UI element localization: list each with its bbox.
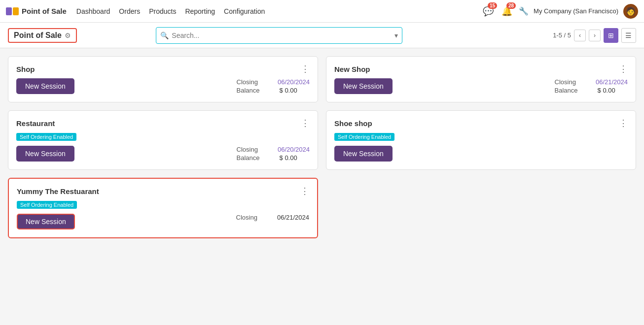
- self-ordering-badge: Self Ordering Enabled: [334, 133, 394, 141]
- next-page-button[interactable]: ›: [589, 30, 601, 41]
- nav-configuration[interactable]: Configuration: [224, 5, 265, 17]
- card-title: Shop: [16, 65, 35, 73]
- card-info: Closing06/21/2024: [236, 214, 309, 221]
- card-info-label: Closing: [236, 214, 257, 221]
- card-info-value: 06/21/2024: [277, 214, 309, 221]
- card-info-label: Closing: [237, 146, 258, 153]
- nav-dashboard[interactable]: Dashboard: [76, 5, 110, 17]
- app-name: Point of Sale: [22, 7, 67, 15]
- new-session-button-yummy-restaurant[interactable]: New Session: [17, 214, 75, 229]
- nav-reporting[interactable]: Reporting: [185, 5, 215, 17]
- card-body: New SessionClosing06/20/2024Balance$ 0.0…: [16, 78, 310, 94]
- sub-header: Point of Sale ⚙ 🔍 ▾ 1-5 / 5 ‹ › ⊞ ☰: [0, 23, 644, 48]
- card-info-label: Balance: [237, 154, 260, 162]
- card-body: New SessionClosing06/21/2024Balance$ 0.0…: [334, 78, 628, 94]
- self-ordering-badge: Self Ordering Enabled: [17, 201, 77, 209]
- logo-icon: [6, 7, 19, 15]
- logo-bag-purple: [6, 7, 12, 15]
- card-info-value: 06/20/2024: [278, 146, 310, 153]
- card-menu-button[interactable]: ⋮: [301, 119, 310, 128]
- page-title: Point of Sale: [14, 31, 62, 40]
- prev-page-button[interactable]: ‹: [574, 30, 586, 41]
- card-title: Shoe shop: [334, 119, 372, 128]
- messages-badge: 15: [488, 2, 497, 9]
- card-info-label: Closing: [555, 78, 576, 86]
- pos-card-yummy-restaurant: Yummy The Restuarant⋮Self Ordering Enabl…: [8, 178, 318, 238]
- card-info-row: Balance$ 0.00: [237, 154, 310, 162]
- new-session-button-shoe-shop[interactable]: New Session: [334, 146, 393, 162]
- card-info-row: Closing06/20/2024: [237, 78, 310, 86]
- card-info-row: Balance$ 0.00: [237, 87, 310, 94]
- card-info-value: $ 0.00: [598, 87, 615, 94]
- card-info: Closing06/20/2024Balance$ 0.00: [237, 146, 310, 162]
- self-ordering-badge: Self Ordering Enabled: [16, 133, 76, 141]
- card-menu-button[interactable]: ⋮: [619, 65, 628, 73]
- card-header: Restaurant⋮: [16, 119, 310, 128]
- messages-icon[interactable]: 💬 15: [481, 4, 495, 18]
- card-menu-button[interactable]: ⋮: [619, 119, 628, 128]
- pos-card-shoe-shop: Shoe shop⋮Self Ordering EnabledNew Sessi…: [326, 110, 636, 170]
- card-body: New SessionClosing06/21/2024: [17, 214, 309, 229]
- new-session-button-new-shop[interactable]: New Session: [334, 78, 393, 94]
- pagination-text: 1-5 / 5: [553, 32, 571, 39]
- gear-icon[interactable]: ⚙: [65, 32, 71, 39]
- search-icon: 🔍: [160, 32, 169, 39]
- grid-view-button[interactable]: ⊞: [604, 28, 618, 43]
- activity-badge: 28: [506, 2, 516, 9]
- pos-card-new-shop: New Shop⋮New SessionClosing06/21/2024Bal…: [326, 56, 636, 102]
- pagination: 1-5 / 5 ‹ › ⊞ ☰: [553, 28, 636, 43]
- nav-right: 💬 15 🔔 28 🔧 My Company (San Francisco) 🧑: [481, 4, 638, 19]
- card-title: New Shop: [334, 65, 370, 73]
- search-dropdown-arrow[interactable]: ▾: [394, 32, 398, 39]
- card-menu-button[interactable]: ⋮: [300, 187, 309, 195]
- card-title: Yummy The Restuarant: [17, 187, 99, 195]
- card-info-row: Closing06/21/2024: [236, 214, 309, 221]
- card-info: Closing06/21/2024Balance$ 0.00: [555, 78, 628, 94]
- pos-card-shop: Shop⋮New SessionClosing06/20/2024Balance…: [8, 56, 318, 102]
- user-avatar[interactable]: 🧑: [623, 4, 638, 19]
- card-header: New Shop⋮: [334, 65, 628, 73]
- company-name[interactable]: My Company (San Francisco): [534, 7, 618, 15]
- pos-card-restaurant: Restaurant⋮Self Ordering EnabledNew Sess…: [8, 110, 318, 170]
- card-info-row: Balance$ 0.00: [555, 87, 628, 94]
- card-info-label: Balance: [555, 87, 578, 94]
- app-logo: Point of Sale: [6, 7, 67, 15]
- card-title: Restaurant: [16, 119, 55, 128]
- card-info-row: Closing06/21/2024: [555, 78, 628, 86]
- card-info-label: Closing: [237, 78, 258, 86]
- logo-bag-orange: [13, 7, 19, 15]
- card-menu-button[interactable]: ⋮: [301, 65, 310, 73]
- card-info-label: Balance: [237, 87, 260, 94]
- nav-links: Dashboard Orders Products Reporting Conf…: [76, 5, 471, 17]
- page-title-box[interactable]: Point of Sale ⚙: [8, 28, 77, 43]
- new-session-button-restaurant[interactable]: New Session: [16, 146, 74, 162]
- card-info-row: Closing06/20/2024: [237, 146, 310, 153]
- wrench-icon[interactable]: 🔧: [519, 6, 529, 16]
- search-input[interactable]: [172, 32, 393, 39]
- search-box: 🔍 ▾: [156, 27, 402, 44]
- card-info-value: 06/20/2024: [278, 78, 310, 86]
- main-content: Shop⋮New SessionClosing06/20/2024Balance…: [0, 48, 644, 246]
- card-header: Yummy The Restuarant⋮: [17, 187, 309, 195]
- top-nav: Point of Sale Dashboard Orders Products …: [0, 0, 644, 23]
- nav-products[interactable]: Products: [149, 5, 176, 17]
- card-info: Closing06/20/2024Balance$ 0.00: [237, 78, 310, 94]
- card-info-value: $ 0.00: [280, 87, 297, 94]
- card-header: Shoe shop⋮: [334, 119, 628, 128]
- activity-icon[interactable]: 🔔 28: [500, 4, 514, 18]
- card-body: New SessionClosing06/20/2024Balance$ 0.0…: [16, 146, 310, 162]
- card-info-value: 06/21/2024: [596, 78, 628, 86]
- card-info-value: $ 0.00: [280, 154, 297, 162]
- new-session-button-shop[interactable]: New Session: [16, 78, 74, 94]
- card-header: Shop⋮: [16, 65, 310, 73]
- nav-orders[interactable]: Orders: [119, 5, 140, 17]
- list-view-button[interactable]: ☰: [621, 28, 636, 43]
- card-body: New Session: [334, 146, 628, 162]
